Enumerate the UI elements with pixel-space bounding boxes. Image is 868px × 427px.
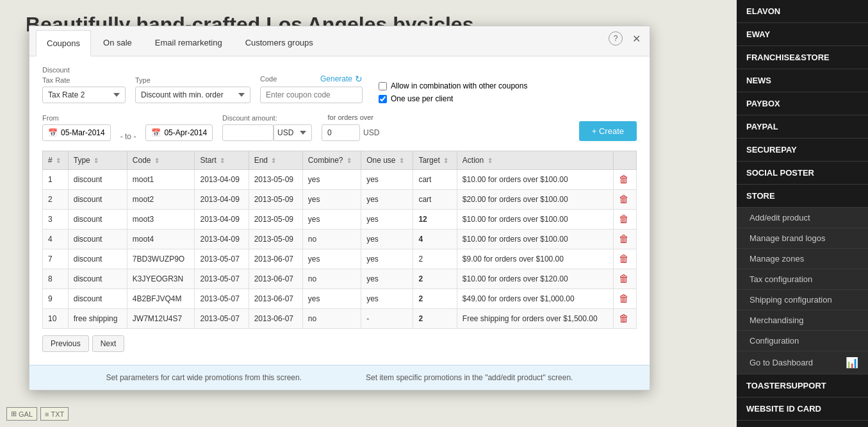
tab-customers-groups[interactable]: Customers groups (234, 29, 324, 56)
cell-delete[interactable]: 🗑 (614, 249, 637, 269)
allow-combine-checkbox[interactable] (379, 82, 387, 90)
sidebar-item-store[interactable]: STORE (737, 185, 868, 208)
delete-icon[interactable]: 🗑 (619, 214, 629, 224)
close-button[interactable]: ✕ (629, 31, 643, 46)
th-combine[interactable]: Combine? ⇕ (302, 151, 361, 170)
tab-email-remarketing[interactable]: Email remarketing (144, 29, 233, 56)
code-input[interactable] (260, 87, 363, 103)
date-separator: - to - (120, 132, 136, 141)
th-target[interactable]: Target ⇕ (413, 151, 457, 170)
sidebar-item-youtube-upload[interactable]: YOUTUBEUPLOAD (737, 421, 868, 427)
cell-end: 2013-06-07 (249, 269, 302, 289)
delete-icon[interactable]: 🗑 (619, 233, 629, 244)
amount-input[interactable] (222, 124, 274, 141)
cell-start: 2013-04-09 (195, 230, 249, 249)
cell-target: cart (413, 170, 457, 190)
generate-link[interactable]: Generate ↻ (320, 74, 363, 84)
txt-badge[interactable]: ≡ TXT (40, 407, 69, 421)
cell-one-use: yes (361, 190, 413, 210)
cell-delete[interactable]: 🗑 (614, 269, 637, 289)
cell-delete[interactable]: 🗑 (614, 230, 637, 249)
cell-delete[interactable]: 🗑 (614, 289, 637, 309)
cell-num: 8 (43, 269, 69, 289)
create-label: + Create (592, 126, 624, 136)
sidebar-item-news[interactable]: NEWS (737, 69, 868, 92)
sidebar-item-dashboard[interactable]: Go to Dashboard 📊 (737, 351, 868, 374)
cell-action: $20.00 for orders over $100.00 (457, 190, 614, 210)
delete-icon[interactable]: 🗑 (619, 293, 629, 304)
one-use-checkbox[interactable] (379, 95, 387, 103)
currency-select[interactable]: USD EUR (274, 124, 312, 141)
sidebar-item-securepay[interactable]: SECUREPAY (737, 138, 868, 162)
th-one-use[interactable]: One use ⇕ (361, 151, 413, 170)
next-button[interactable]: Next (92, 335, 125, 352)
orders-over-group: for orders over USD (322, 113, 379, 141)
cell-start: 2013-04-09 (195, 210, 249, 230)
table-row: 10 free shipping JW7M12U4S7 2013-05-07 2… (43, 309, 637, 329)
cell-delete[interactable]: 🗑 (614, 309, 637, 329)
cell-type: discount (68, 249, 127, 269)
min-order-input[interactable] (322, 124, 360, 141)
sidebar-item-manage-zones[interactable]: Manage zones (737, 249, 868, 269)
generate-label: Generate (320, 74, 352, 83)
to-date-wrap[interactable]: 📅 05-Apr-2014 (145, 124, 213, 141)
cell-num: 7 (43, 249, 69, 269)
sidebar-item-shipping-config[interactable]: Shipping configuration (737, 290, 868, 310)
sidebar-item-tax-config[interactable]: Tax configuration (737, 269, 868, 290)
cell-delete[interactable]: 🗑 (614, 170, 637, 190)
th-end[interactable]: End ⇕ (249, 151, 302, 170)
table-row: 2 discount moot2 2013-04-09 2013-05-09 y… (43, 190, 637, 210)
create-button[interactable]: + Create (579, 121, 637, 141)
cell-end: 2013-05-09 (249, 190, 302, 210)
from-date-wrap[interactable]: 📅 05-Mar-2014 (42, 124, 111, 141)
cell-action: $10.00 for orders over $100.00 (457, 230, 614, 249)
th-code[interactable]: Code ⇕ (127, 151, 195, 170)
sidebar-item-elavon[interactable]: ELAVON (737, 0, 868, 23)
cell-action: $10.00 for orders over $100.00 (457, 210, 614, 230)
cell-target: 12 (413, 210, 457, 230)
sidebar-item-website-id-card[interactable]: WEBSITE ID CARD (737, 398, 868, 421)
cell-num: 4 (43, 230, 69, 249)
cell-delete[interactable]: 🗑 (614, 210, 637, 230)
th-type[interactable]: Type ⇕ (68, 151, 127, 170)
cell-type: discount (68, 170, 127, 190)
sidebar-item-paybox[interactable]: PAYBOX (737, 92, 868, 115)
cell-code: moot4 (127, 230, 195, 249)
th-start[interactable]: Start ⇕ (195, 151, 249, 170)
prev-button[interactable]: Previous (42, 335, 89, 352)
sidebar-item-toaster-support[interactable]: TOASTERSUPPORT (737, 374, 868, 398)
delete-icon[interactable]: 🗑 (619, 174, 629, 185)
info-bar: Set parameters for cart wide promotions … (29, 365, 650, 390)
cell-target: 2 (413, 289, 457, 309)
sidebar-item-add-product[interactable]: Add/edit product (737, 208, 868, 228)
tab-coupons[interactable]: Coupons (36, 30, 91, 56)
th-num[interactable]: # ⇕ (43, 151, 69, 170)
cell-delete[interactable]: 🗑 (614, 190, 637, 210)
sidebar-item-eway[interactable]: EWAY (737, 23, 868, 46)
cell-combine: yes (302, 190, 361, 210)
type-select[interactable]: Discount with min. order Percentage disc… (135, 87, 250, 103)
usd-label: USD (363, 128, 379, 137)
help-button[interactable]: ? (609, 31, 623, 46)
discount-tax-group: Discount Tax Rate Tax Rate 2 Tax Rate 1 … (42, 66, 126, 103)
sidebar-item-merchandising[interactable]: Merchandising (737, 310, 868, 331)
sidebar-item-configuration[interactable]: Configuration (737, 331, 868, 351)
tax-rate-select[interactable]: Tax Rate 2 Tax Rate 1 None (42, 87, 126, 103)
type-label: Type (135, 76, 250, 84)
delete-icon[interactable]: 🗑 (619, 253, 629, 264)
gal-badge[interactable]: ⊞ GAL (6, 407, 37, 421)
sidebar-item-paypal[interactable]: PAYPAL (737, 115, 868, 138)
sidebar-item-manage-brand[interactable]: Manage brand logos (737, 228, 868, 249)
code-group: Code Generate ↻ (260, 74, 363, 103)
delete-icon[interactable]: 🗑 (619, 194, 629, 205)
bottom-bar: ⊞ GAL ≡ TXT (6, 407, 69, 421)
th-action[interactable]: Action ⇕ (457, 151, 614, 170)
th-delete (614, 151, 637, 170)
delete-icon[interactable]: 🗑 (619, 313, 629, 324)
tab-on-sale[interactable]: On sale (92, 29, 143, 56)
table-row: 8 discount K3JYEOGR3N 2013-05-07 2013-06… (43, 269, 637, 289)
delete-icon[interactable]: 🗑 (619, 273, 629, 284)
sidebar-item-social-poster[interactable]: SOCIAL POSTER (737, 162, 868, 185)
amount-group: USD EUR (222, 124, 312, 141)
sidebar-item-franchise[interactable]: FRANCHISE&STORE (737, 46, 868, 69)
